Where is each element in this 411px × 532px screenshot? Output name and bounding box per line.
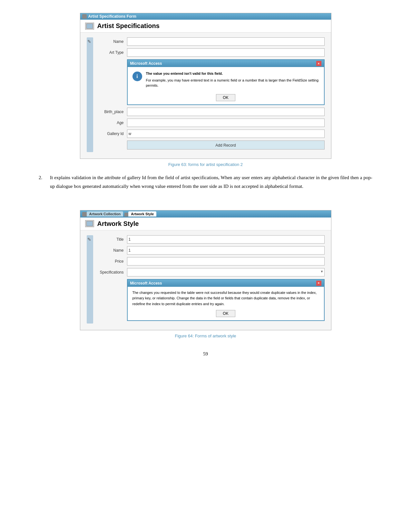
form-left-bar bbox=[87, 37, 93, 152]
figure64-form-title: Artwork Style bbox=[97, 220, 139, 227]
list-text: It explains validation in the attribute … bbox=[50, 173, 372, 191]
ms-dialog-close-btn[interactable]: × bbox=[316, 61, 321, 66]
birth-place-input[interactable] bbox=[127, 108, 325, 116]
name-input[interactable] bbox=[127, 37, 325, 46]
age-label: Age bbox=[98, 121, 127, 125]
price-row: Price bbox=[98, 257, 325, 266]
title-label: Title bbox=[98, 237, 127, 242]
specs-label: Specifications bbox=[98, 270, 127, 275]
gallery-id-label: Gallery Id bbox=[98, 131, 127, 136]
age-row: Age bbox=[98, 119, 325, 127]
ms-dialog-fig63: Microsoft Access × i The value you enter… bbox=[127, 59, 325, 105]
figure63-fields: Name Art Type Microsoft Access × i bbox=[98, 37, 325, 152]
price-label: Price bbox=[98, 259, 127, 264]
add-record-button[interactable]: Add Record bbox=[127, 140, 325, 150]
dropdown-arrow-icon: ▼ bbox=[320, 270, 324, 273]
figure64-titlebar: Artwork Collection Artwork Style bbox=[80, 210, 331, 218]
name-label: Name bbox=[98, 39, 127, 44]
ms-dialog64-title: Microsoft Access bbox=[130, 281, 162, 285]
ms-dialog64-detail: The changes you requested to the table w… bbox=[132, 290, 319, 307]
figure63-titlebar: Artist Specifications Form bbox=[80, 13, 331, 20]
figure63-form-body: Name Art Type Microsoft Access × i bbox=[80, 33, 331, 159]
ms-dialog-bold-text: The value you entered isn't valid for th… bbox=[146, 71, 319, 76]
birth-place-label: Birth_place bbox=[98, 110, 127, 114]
figure63-form-header: Artist Specifications bbox=[80, 20, 331, 33]
access-icon bbox=[82, 14, 87, 19]
access-icon3 bbox=[124, 213, 128, 217]
specs-row: Specifications ▼ bbox=[98, 268, 325, 276]
list-number: 2. bbox=[39, 173, 47, 191]
form-left-bar2 bbox=[87, 235, 93, 324]
access-icon2 bbox=[82, 212, 87, 217]
age-input[interactable] bbox=[127, 119, 325, 127]
gallery-id-row: Gallery Id bbox=[98, 130, 325, 138]
ms-dialog-info-icon: i bbox=[132, 72, 142, 81]
artwork-style-tab[interactable]: Artwork Style bbox=[128, 211, 156, 217]
specs-input[interactable] bbox=[127, 268, 325, 276]
ms-dialog-footer: OK bbox=[128, 92, 324, 104]
figure64-fields: Title Name Price Specifications ▼ bbox=[98, 235, 325, 324]
birth-place-row: Birth_place bbox=[98, 108, 325, 116]
gallery-id-input[interactable] bbox=[127, 130, 325, 138]
name-row: Name bbox=[98, 37, 325, 46]
name2-input[interactable] bbox=[127, 246, 325, 255]
ms-dialog-detail-text: For example, you may have entered text i… bbox=[146, 78, 319, 88]
name2-row: Name bbox=[98, 246, 325, 255]
figure64-caption: Figure 64: Forms of artwork style bbox=[19, 334, 392, 338]
name2-label: Name bbox=[98, 248, 127, 253]
title-input[interactable] bbox=[127, 235, 325, 244]
body-text-section: 2. It explains validation in the attribu… bbox=[39, 173, 372, 191]
title-row: Title bbox=[98, 235, 325, 244]
figure63-form-title: Artist Specifications bbox=[97, 22, 160, 30]
ms-dialog-title: Microsoft Access bbox=[130, 61, 162, 66]
ms-dialog64-titlebar: Microsoft Access × bbox=[128, 280, 324, 287]
figure63-title: Artist Specifications Form bbox=[88, 14, 136, 19]
art-type-input[interactable] bbox=[127, 48, 325, 57]
ms-dialog-fig64: Microsoft Access × The changes you reque… bbox=[127, 279, 325, 321]
specs-input-wrapper: ▼ bbox=[127, 268, 325, 276]
ms-dialog-text: The value you entered isn't valid for th… bbox=[146, 71, 319, 88]
ms-dialog64-close-btn[interactable]: × bbox=[316, 281, 321, 286]
ms-ok-button[interactable]: OK bbox=[216, 94, 235, 101]
price-input[interactable] bbox=[127, 257, 325, 266]
artwork-collection-tab[interactable]: Artwork Collection bbox=[87, 211, 123, 217]
form-header-icon2 bbox=[85, 220, 94, 227]
figure64-form-header: Artwork Style bbox=[80, 218, 331, 230]
list-item-2: 2. It explains validation in the attribu… bbox=[39, 173, 372, 191]
add-record-row: Add Record bbox=[98, 140, 325, 150]
art-type-row: Art Type bbox=[98, 48, 325, 57]
ms-ok-button2[interactable]: OK bbox=[216, 310, 235, 317]
figure63-window: Artist Specifications Form Artist Specif… bbox=[80, 13, 331, 159]
ms-dialog-body: i The value you entered isn't valid for … bbox=[128, 67, 324, 92]
art-type-label: Art Type bbox=[98, 50, 127, 55]
page-number: 59 bbox=[19, 351, 392, 357]
ms-dialog64-body: The changes you requested to the table w… bbox=[128, 287, 324, 308]
ms-dialog-fig64-wrapper: Microsoft Access × The changes you reque… bbox=[127, 279, 325, 321]
figure64-form-body: Title Name Price Specifications ▼ bbox=[80, 230, 331, 330]
figure64-window: Artwork Collection Artwork Style Artwork… bbox=[80, 210, 331, 331]
form-header-icon bbox=[85, 23, 94, 30]
ms-dialog64-footer: OK bbox=[128, 308, 324, 320]
ms-dialog-titlebar: Microsoft Access × bbox=[128, 60, 324, 67]
figure63-caption: Figure 63: forms for artist specificatio… bbox=[19, 162, 392, 167]
